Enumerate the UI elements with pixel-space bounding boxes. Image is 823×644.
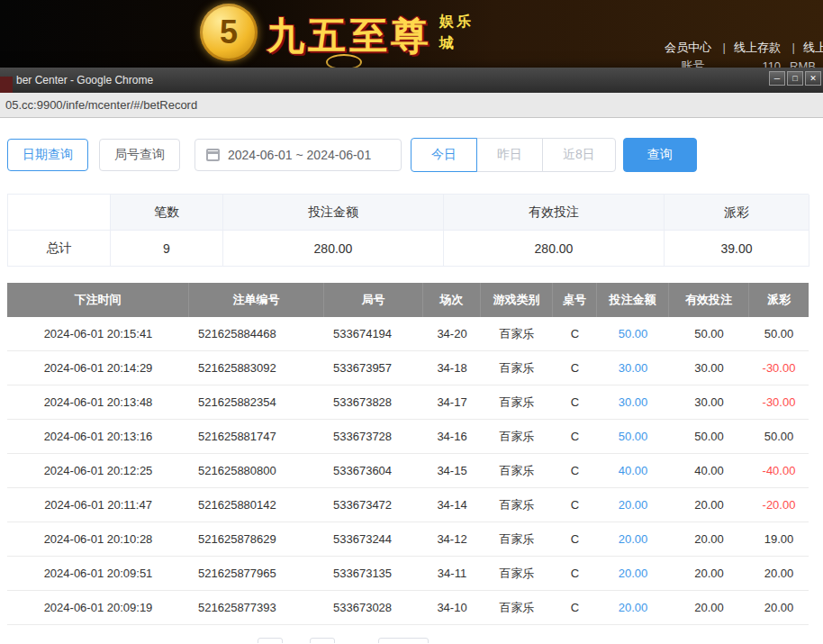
cell-bet-time: 2024-06-01 20:09:19 xyxy=(7,591,189,624)
minimize-button[interactable]: ─ xyxy=(769,71,785,86)
pagination-prev-button[interactable] xyxy=(258,638,283,643)
brand-coin-icon: 5 xyxy=(200,4,258,61)
cell-valid-bet: 50.00 xyxy=(669,317,749,350)
summary-header-row: 笔数 投注金额 有效投注 派彩 xyxy=(8,195,809,231)
cell-table-no: C xyxy=(553,385,597,419)
column-header-session: 场次 xyxy=(423,283,481,317)
cell-valid-bet: 20.00 xyxy=(669,522,749,556)
quick-range-yesterday[interactable]: 昨日 xyxy=(476,138,543,172)
table-row: 2024-06-01 20:15:41 521625884468 5336741… xyxy=(7,317,809,351)
nav-online-withdraw[interactable]: 线上取款 xyxy=(784,41,823,54)
cell-payout: 50.00 xyxy=(749,420,809,453)
cell-payout: 50.00 xyxy=(749,317,809,350)
cell-payout: -30.00 xyxy=(749,385,809,419)
table-row: 2024-06-01 20:10:28 521625878629 5336732… xyxy=(7,522,809,557)
cell-bet-id: 521625881747 xyxy=(189,420,324,453)
cell-round: 533674194 xyxy=(324,317,423,350)
pagination-size-select[interactable] xyxy=(378,638,429,643)
cell-round: 533673135 xyxy=(324,557,423,590)
cell-game-type: 百家乐 xyxy=(481,557,553,590)
cell-round: 533673828 xyxy=(324,385,423,419)
cell-game-type: 百家乐 xyxy=(481,420,553,453)
cell-round: 533673604 xyxy=(324,454,423,487)
nav-member-center[interactable]: 会员中心 xyxy=(665,41,711,54)
cell-bet-time: 2024-06-01 20:10:28 xyxy=(7,522,189,556)
cell-round: 533673244 xyxy=(324,522,423,556)
quick-range-group: 今日 昨日 近8日 xyxy=(411,138,616,172)
cell-session: 34-18 xyxy=(423,351,481,385)
table-row: 2024-06-01 20:11:47 521625880142 5336734… xyxy=(7,488,809,522)
pagination-page-button[interactable] xyxy=(310,638,335,643)
bet-record-table: 下注时间 注单编号 局号 场次 游戏类别 桌号 投注金额 有效投注 派彩 202… xyxy=(7,283,809,625)
brand-coin-number: 5 xyxy=(220,14,238,51)
bet-amount-link[interactable]: 20.00 xyxy=(597,488,669,522)
cell-session: 34-15 xyxy=(423,454,481,487)
cell-bet-id: 521625877393 xyxy=(189,591,324,624)
cell-session: 34-20 xyxy=(423,317,481,350)
cell-table-no: C xyxy=(553,454,597,487)
cell-bet-id: 521625884468 xyxy=(189,317,324,350)
column-header-bet-amount: 投注金额 xyxy=(597,283,669,317)
cell-valid-bet: 30.00 xyxy=(669,385,749,419)
date-range-picker[interactable]: 2024-06-01 ~ 2024-06-01 xyxy=(194,139,402,171)
search-button[interactable]: 查询 xyxy=(623,138,697,172)
cell-round: 533673472 xyxy=(324,488,423,522)
bet-table-header-row: 下注时间 注单编号 局号 场次 游戏类别 桌号 投注金额 有效投注 派彩 xyxy=(7,283,809,317)
table-row: 2024-06-01 20:09:51 521625877965 5336731… xyxy=(7,557,809,591)
cell-payout: 20.00 xyxy=(749,591,809,624)
summary-payout-value: 39.00 xyxy=(665,231,809,267)
table-row: 2024-06-01 20:12:25 521625880800 5336736… xyxy=(7,454,809,488)
date-query-button[interactable]: 日期查询 xyxy=(7,139,88,171)
bet-amount-link[interactable]: 20.00 xyxy=(597,557,669,590)
address-bar[interactable]: 05.cc:9900/infe/mcenter/#/betRecord xyxy=(0,93,823,118)
url-text[interactable]: 05.cc:9900/infe/mcenter/#/betRecord xyxy=(5,98,197,112)
cell-bet-id: 521625880142 xyxy=(189,488,324,522)
window-favicon-icon xyxy=(0,77,13,93)
bet-amount-link[interactable]: 30.00 xyxy=(597,351,669,385)
maximize-button[interactable]: □ xyxy=(787,71,803,86)
bet-amount-link[interactable]: 20.00 xyxy=(597,591,669,624)
quick-range-8days[interactable]: 近8日 xyxy=(542,138,616,172)
summary-header-bet-amount: 投注金额 xyxy=(223,195,444,231)
cell-bet-id: 521625880800 xyxy=(189,454,324,487)
cell-payout: -30.00 xyxy=(749,351,809,385)
cell-session: 34-17 xyxy=(423,385,481,419)
site-nav: 会员中心 线上存款 线上取款 xyxy=(665,40,823,56)
summary-table: 笔数 投注金额 有效投注 派彩 总计 9 280.00 280.00 39.00 xyxy=(7,194,809,267)
cell-table-no: C xyxy=(553,591,597,624)
nav-online-deposit[interactable]: 线上存款 xyxy=(715,41,781,54)
cell-bet-id: 521625877965 xyxy=(189,557,324,590)
bet-amount-link[interactable]: 40.00 xyxy=(597,454,669,487)
bet-amount-link[interactable]: 50.00 xyxy=(597,317,669,350)
bet-amount-link[interactable]: 20.00 xyxy=(597,522,669,556)
table-row: 2024-06-01 20:13:16 521625881747 5336737… xyxy=(7,420,809,454)
cell-bet-time: 2024-06-01 20:12:25 xyxy=(7,454,189,487)
cell-bet-id: 521625883092 xyxy=(189,351,324,385)
bet-amount-link[interactable]: 50.00 xyxy=(597,420,669,453)
table-row: 2024-06-01 20:14:29 521625883092 5336739… xyxy=(7,351,809,385)
cell-bet-id: 521625878629 xyxy=(189,522,324,556)
cell-session: 34-14 xyxy=(423,488,481,522)
cell-table-no: C xyxy=(553,351,597,385)
round-query-button[interactable]: 局号查询 xyxy=(99,139,180,171)
summary-header-count: 笔数 xyxy=(111,195,223,231)
cell-valid-bet: 40.00 xyxy=(669,454,749,487)
window-controls: ─ □ ✕ xyxy=(769,71,821,86)
window-title-bar[interactable]: ber Center - Google Chrome ─ □ ✕ xyxy=(0,68,823,93)
cell-game-type: 百家乐 xyxy=(481,522,553,556)
cell-table-no: C xyxy=(553,420,597,453)
chrome-window: ber Center - Google Chrome ─ □ ✕ 05.cc:9… xyxy=(0,68,823,644)
cell-payout: -40.00 xyxy=(749,454,809,487)
close-button[interactable]: ✕ xyxy=(805,71,821,86)
bet-table-body: 2024-06-01 20:15:41 521625884468 5336741… xyxy=(7,317,809,625)
column-header-table-no: 桌号 xyxy=(553,283,597,317)
bet-amount-link[interactable]: 30.00 xyxy=(597,385,669,419)
table-row: 2024-06-01 20:13:48 521625882354 5336738… xyxy=(7,385,809,420)
cell-round: 533673028 xyxy=(324,591,423,624)
pagination xyxy=(258,638,816,643)
quick-range-today[interactable]: 今日 xyxy=(411,138,477,172)
cell-bet-time: 2024-06-01 20:13:16 xyxy=(7,420,189,453)
cell-valid-bet: 20.00 xyxy=(669,591,749,624)
cell-table-no: C xyxy=(553,522,597,556)
cell-valid-bet: 50.00 xyxy=(669,420,749,453)
